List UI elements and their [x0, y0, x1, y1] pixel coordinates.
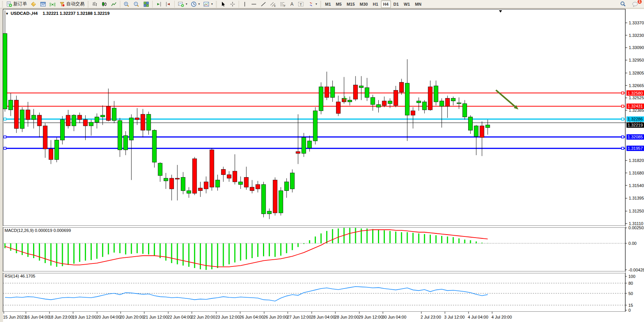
rsi-axis-label: 0: [628, 308, 631, 312]
time-tick-label: 19 Jun 12:00: [72, 315, 97, 319]
main-toolbar: 新订单 自动交易 ▾ ▾: [0, 0, 644, 8]
indicators-button[interactable]: ▾: [176, 0, 189, 8]
candle-bear: [106, 106, 110, 121]
toolbar-grip[interactable]: [2, 1, 3, 7]
time-tick-label: 20 Jun 20:00: [120, 315, 144, 319]
timeframe-m5-button[interactable]: M5: [333, 0, 344, 8]
hline-handle[interactable]: [622, 118, 624, 120]
search-button[interactable]: [618, 0, 628, 8]
price-tick-label: 1.32525: [629, 95, 644, 100]
tile-windows-button[interactable]: [142, 0, 151, 8]
candle-bear: [445, 98, 450, 106]
hline-handle[interactable]: [4, 136, 6, 138]
candle-bull: [89, 122, 93, 126]
rsi-panel[interactable]: [3, 273, 625, 312]
text-button[interactable]: A: [288, 0, 296, 8]
hline-handle[interactable]: [622, 105, 624, 107]
candle-bull: [451, 98, 455, 101]
hline-handle[interactable]: [622, 136, 624, 138]
candle-bull: [376, 105, 381, 107]
zoom-out-button[interactable]: [132, 0, 141, 8]
panel-splitter[interactable]: [3, 271, 625, 273]
toolbar-grip[interactable]: [216, 1, 217, 7]
candle-bull: [100, 115, 105, 117]
candle-bull: [463, 104, 467, 117]
timeframe-w1-button[interactable]: W1: [402, 0, 413, 8]
channel-suffix: E: [274, 5, 276, 7]
candle-bear: [227, 175, 231, 178]
candle-bear: [233, 171, 237, 182]
zoom-in-button[interactable]: [122, 0, 131, 8]
hline-price-badge-text: 1.32431: [628, 104, 643, 108]
toolbar-grip[interactable]: [88, 1, 89, 7]
notifications-button[interactable]: 1: [630, 0, 640, 8]
hline-handle[interactable]: [4, 147, 6, 149]
signals-button[interactable]: [48, 0, 57, 8]
candle-bear: [221, 170, 225, 175]
svg-text:T: T: [300, 2, 302, 6]
zoom-out-icon: [133, 1, 140, 7]
timeframe-m15-button[interactable]: M15: [344, 0, 357, 8]
candle-bull: [3, 33, 7, 109]
timeframe-m1-button[interactable]: M1: [323, 0, 333, 8]
candle-bull: [388, 101, 392, 104]
panel-splitter[interactable]: [3, 226, 625, 227]
chart-window-icon: [40, 1, 46, 7]
mql-market-button[interactable]: [29, 0, 38, 8]
trendline-icon: [260, 1, 266, 7]
timeframe-m30-button[interactable]: M30: [357, 0, 370, 8]
price-tick-label: 1.31680: [629, 171, 644, 175]
chart-shift-button[interactable]: [164, 0, 173, 8]
arrows-button[interactable]: ▾: [306, 0, 319, 8]
collapse-icon[interactable]: ▼: [5, 12, 9, 16]
candle-bear: [250, 187, 254, 190]
label-button[interactable]: T: [296, 0, 306, 8]
cursor-button[interactable]: [218, 0, 228, 8]
candle-bull: [405, 83, 410, 115]
horizontal-line-button[interactable]: [249, 0, 258, 8]
candle-bull: [95, 117, 99, 122]
candle-bear: [480, 126, 484, 137]
chart-window-button[interactable]: [38, 0, 48, 8]
chart-window[interactable]: ▼USDCAD-,H41.32221 1.32237 1.32188 1.322…: [0, 8, 644, 322]
toolbar-grip[interactable]: [320, 1, 321, 7]
candle-bear: [354, 85, 358, 99]
candle-bull: [319, 87, 323, 111]
vertical-line-button[interactable]: [241, 0, 249, 8]
timeframe-h4-button[interactable]: H4: [381, 0, 391, 8]
candle-bull: [118, 121, 122, 150]
line-chart-button[interactable]: [109, 0, 118, 8]
notification-badge: 1: [637, 0, 642, 4]
candlestick-icon: [101, 1, 107, 7]
autotrade-button[interactable]: 自动交易: [57, 0, 86, 8]
periods-button[interactable]: ▾: [189, 0, 201, 8]
crosshair-button[interactable]: [228, 0, 237, 8]
hline-handle[interactable]: [4, 118, 6, 120]
new-order-icon: [6, 1, 12, 7]
hline-handle[interactable]: [622, 92, 624, 94]
chart-canvas[interactable]: ▼USDCAD-,H41.32221 1.32237 1.32188 1.322…: [0, 8, 644, 322]
cursor-icon: [220, 1, 226, 7]
bar-chart-button[interactable]: [90, 0, 99, 8]
templates-button[interactable]: ▾: [202, 0, 214, 8]
candle-bear: [411, 111, 415, 115]
channel-button[interactable]: E: [268, 0, 278, 8]
candle-bear: [14, 100, 19, 128]
candle-bear: [175, 178, 180, 179]
timeframe-d1-button[interactable]: D1: [391, 0, 401, 8]
time-tick-label: 22 Jun 04:00: [167, 315, 192, 319]
trendline-button[interactable]: [259, 0, 268, 8]
timeframe-mn-button[interactable]: MN: [413, 0, 424, 8]
candle-bear: [78, 115, 82, 120]
time-tick-label: 18 Jun 23:00: [49, 315, 73, 319]
new-order-button[interactable]: 新订单: [5, 0, 29, 8]
candle-bull: [422, 102, 427, 110]
fibonacci-button[interactable]: F: [278, 0, 288, 8]
hline-handle[interactable]: [622, 147, 624, 149]
timeframe-h1-button[interactable]: H1: [370, 0, 380, 8]
candle-bull: [152, 130, 156, 162]
candlestick-button[interactable]: [100, 0, 109, 8]
candle-bull: [261, 184, 266, 214]
auto-scroll-button[interactable]: [154, 0, 163, 8]
candle-bear: [198, 188, 202, 191]
